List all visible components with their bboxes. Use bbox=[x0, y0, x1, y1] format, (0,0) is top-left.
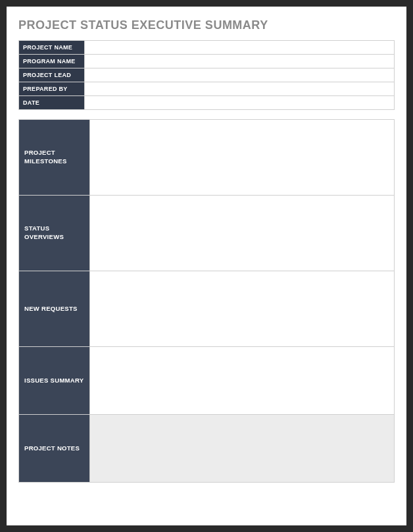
document-page: PROJECT STATUS EXECUTIVE SUMMARY PROJECT… bbox=[7, 7, 406, 525]
section-row-new-requests: NEW REQUESTS bbox=[19, 271, 395, 347]
info-row-program-name: PROGRAM NAME bbox=[19, 55, 395, 68]
section-row-milestones: PROJECTMILESTONES bbox=[19, 120, 395, 196]
info-label: PREPARED BY bbox=[19, 82, 85, 96]
section-label: STATUSOVERVIEWS bbox=[19, 196, 90, 271]
section-label: ISSUES SUMMARY bbox=[19, 347, 90, 415]
page-title: PROJECT STATUS EXECUTIVE SUMMARY bbox=[18, 18, 395, 32]
info-label: PROJECT LEAD bbox=[19, 68, 85, 82]
info-row-project-lead: PROJECT LEAD bbox=[19, 68, 395, 82]
info-value-project-lead[interactable] bbox=[85, 68, 395, 82]
section-value-issues-summary[interactable] bbox=[90, 347, 395, 415]
info-value-date[interactable] bbox=[85, 96, 395, 110]
info-value-program-name[interactable] bbox=[85, 55, 395, 68]
section-value-milestones[interactable] bbox=[90, 120, 395, 196]
section-value-new-requests[interactable] bbox=[90, 271, 395, 347]
info-label: DATE bbox=[19, 96, 85, 110]
section-value-status-overviews[interactable] bbox=[90, 196, 395, 271]
info-row-prepared-by: PREPARED BY bbox=[19, 82, 395, 96]
section-row-project-notes: PROJECT NOTES bbox=[19, 415, 395, 483]
info-value-prepared-by[interactable] bbox=[85, 82, 395, 96]
project-info-table: PROJECT NAME PROGRAM NAME PROJECT LEAD P… bbox=[18, 40, 395, 110]
section-label: PROJECT NOTES bbox=[19, 415, 90, 483]
section-row-status-overviews: STATUSOVERVIEWS bbox=[19, 196, 395, 271]
info-label: PROJECT NAME bbox=[19, 41, 85, 55]
section-value-project-notes[interactable] bbox=[90, 415, 395, 483]
info-row-date: DATE bbox=[19, 96, 395, 110]
sections-table: PROJECTMILESTONES STATUSOVERVIEWS NEW RE… bbox=[18, 119, 395, 483]
section-label: NEW REQUESTS bbox=[19, 271, 90, 347]
info-row-project-name: PROJECT NAME bbox=[19, 41, 395, 55]
info-value-project-name[interactable] bbox=[85, 41, 395, 55]
section-row-issues-summary: ISSUES SUMMARY bbox=[19, 347, 395, 415]
info-label: PROGRAM NAME bbox=[19, 55, 85, 68]
section-label: PROJECTMILESTONES bbox=[19, 120, 90, 196]
